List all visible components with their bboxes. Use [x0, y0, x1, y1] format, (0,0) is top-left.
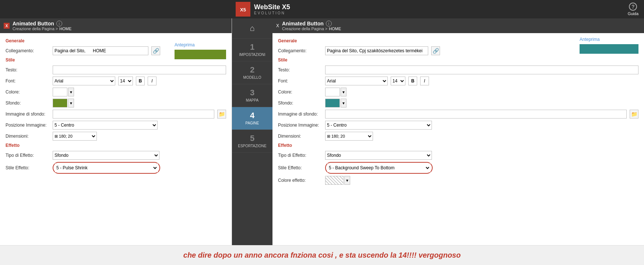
- testo-input-left[interactable]: [53, 66, 226, 74]
- sfondo-label-left: Sfondo:: [6, 100, 50, 106]
- sfondo-color-right[interactable]: ▼: [325, 99, 346, 107]
- anteprima-left: Anteprima: [175, 42, 226, 59]
- nav-home[interactable]: ⌂: [232, 18, 272, 39]
- colore-effetto-dropdown-right[interactable]: ▼: [344, 176, 350, 185]
- panel-icon-right: X: [276, 23, 279, 28]
- testo-row-right: Testo:: [278, 66, 638, 74]
- info-icon-right[interactable]: i: [326, 21, 332, 26]
- font-row-left: Font: Arial 14 B I: [6, 77, 226, 85]
- sfondo-dropdown-right[interactable]: ▼: [341, 99, 346, 107]
- colore-swatch-right: [325, 88, 340, 96]
- colore-effetto-color-right[interactable]: ▼: [325, 176, 350, 185]
- posizione-row-left: Posizione Immagine: 5 - Centro: [6, 121, 226, 130]
- colore-dropdown-left[interactable]: ▼: [68, 88, 74, 96]
- collegamento-icon-right[interactable]: 🔗: [431, 46, 440, 55]
- posizione-select-left[interactable]: 5 - Centro: [53, 121, 158, 130]
- tipo-effetto-select-left[interactable]: Sfondo: [53, 151, 159, 160]
- italic-btn-left[interactable]: I: [148, 77, 156, 85]
- sfondo-dropdown-left[interactable]: ▼: [68, 99, 74, 107]
- nav-impostazioni[interactable]: 1 IMPOSTAZIONI: [232, 39, 272, 61]
- stile-effetto-select-right[interactable]: 5 - Background Sweep To Bottom: [327, 163, 430, 172]
- nav-num-4: 4: [250, 112, 254, 120]
- section-effetto-left: Effetto: [6, 143, 226, 148]
- dimensioni-select-left[interactable]: ⊞ 180; 20: [53, 132, 97, 141]
- stile-effetto-row-left: Stile Effetto: 5 - Pulse Shrink: [6, 162, 226, 174]
- breadcrumb-right: Creazione della Pagina > HOME: [282, 26, 341, 31]
- colore-row-left: Colore: ▼: [6, 88, 226, 96]
- font-label-left: Font:: [6, 78, 50, 84]
- font-row-right: Font: Arial 14 B I: [278, 77, 638, 85]
- stile-effetto-highlight-right: 5 - Background Sweep To Bottom: [325, 162, 433, 174]
- bottom-text: che dire dopo un anno ancora fnziona cos…: [0, 245, 644, 265]
- tipo-effetto-label-right: Tipo di Effetto:: [278, 153, 322, 158]
- font-size-right[interactable]: 14: [391, 77, 405, 85]
- home-icon: ⌂: [247, 23, 258, 34]
- panel-icon-left: X: [4, 23, 10, 29]
- logo-area: X5 WebSite X5 EVOLUTION: [236, 2, 290, 17]
- tipo-effetto-select-right[interactable]: Sfondo: [325, 151, 432, 160]
- italic-btn-right[interactable]: I: [420, 77, 429, 85]
- nav-pagine[interactable]: 4 PAGINE: [232, 107, 272, 130]
- info-icon-left[interactable]: i: [56, 21, 62, 26]
- sfondo-color-left[interactable]: ▼: [53, 99, 74, 107]
- immagine-icon-left[interactable]: 📁: [217, 110, 226, 119]
- right-panel: X Animated Button i Creazione della Pagi…: [272, 18, 644, 245]
- stile-effetto-highlight-left: 5 - Pulse Shrink: [53, 162, 160, 174]
- font-select-right[interactable]: Arial: [325, 77, 388, 85]
- svg-text:X5: X5: [240, 7, 246, 13]
- immagine-input-left[interactable]: [53, 110, 214, 119]
- nav-mappa[interactable]: 3 MAPPA: [232, 84, 272, 107]
- anteprima-label-right: Anteprima: [580, 37, 638, 42]
- collegamento-icon-left[interactable]: 🔗: [151, 46, 160, 55]
- left-panel-content: Generale Collegamento: 🔗 Stile Testo: Fo…: [0, 33, 232, 245]
- colore-dropdown-right[interactable]: ▼: [341, 88, 346, 96]
- sfondo-row-right: Sfondo: ▼: [278, 99, 638, 107]
- nav-label-3: MAPPA: [246, 98, 258, 102]
- help-icon: ?: [629, 3, 637, 11]
- testo-input-right[interactable]: [325, 66, 638, 74]
- stile-effetto-label-right: Stile Effetto:: [278, 165, 322, 170]
- collegamento-input-left[interactable]: [53, 46, 148, 55]
- preview-btn-right: [580, 44, 638, 54]
- immagine-icon-right[interactable]: 📁: [630, 110, 638, 119]
- bold-btn-right[interactable]: B: [408, 77, 417, 85]
- sidebar-nav: ⌂ 1 IMPOSTAZIONI 2 MODELLO 3 MAPPA 4 PAG…: [232, 18, 272, 245]
- nav-modello[interactable]: 2 MODELLO: [232, 61, 272, 84]
- immagine-label-right: Immagine di sfondo:: [278, 112, 322, 117]
- tipo-effetto-row-right: Tipo di Effetto: Sfondo: [278, 151, 638, 160]
- dimensioni-select-right[interactable]: ⊞ 180; 20: [325, 132, 373, 141]
- colore-swatch-left: [53, 88, 67, 96]
- font-select-left[interactable]: Arial: [53, 77, 115, 85]
- collegamento-input-right[interactable]: [325, 46, 428, 55]
- nav-num-2: 2: [250, 66, 254, 74]
- tipo-effetto-label-left: Tipo di Effetto:: [6, 153, 50, 158]
- dimensioni-label-right: Dimensioni:: [278, 134, 322, 139]
- colore-color-left[interactable]: ▼: [53, 88, 74, 96]
- dimensioni-row-right: Dimensioni: ⊞ 180; 20: [278, 132, 638, 141]
- posizione-label-right: Posizione Immagine:: [278, 123, 322, 128]
- font-size-left[interactable]: 14: [118, 77, 133, 85]
- colore-label-right: Colore:: [278, 89, 322, 95]
- right-panel-title: Animated Button: [282, 21, 324, 26]
- font-label-right: Font:: [278, 78, 322, 84]
- nav-label-1: IMPOSTAZIONI: [239, 53, 265, 57]
- sfondo-swatch-right: [325, 99, 340, 107]
- stile-effetto-row-right: Stile Effetto: 5 - Background Sweep To B…: [278, 162, 638, 174]
- nav-num-5: 5: [250, 134, 254, 142]
- left-panel-title: Animated Button: [13, 21, 54, 26]
- testo-label-left: Testo:: [6, 67, 50, 73]
- sfondo-row-left: Sfondo: ▼: [6, 99, 226, 107]
- immagine-input-right[interactable]: [325, 110, 627, 119]
- sfondo-swatch-left: [53, 99, 67, 107]
- help-button[interactable]: ? Guida: [628, 3, 638, 16]
- bold-btn-left[interactable]: B: [136, 77, 145, 85]
- logo-icon: X5: [236, 2, 250, 17]
- nav-num-3: 3: [250, 89, 254, 97]
- nav-esportazione[interactable]: 5 ESPORTAZIONE: [232, 130, 272, 153]
- section-stile-right: Stile: [278, 57, 638, 63]
- section-effetto-right: Effetto: [278, 143, 638, 148]
- stile-effetto-select-left[interactable]: 5 - Pulse Shrink: [55, 163, 158, 172]
- colore-effetto-row-right: Colore effetto: ▼: [278, 176, 638, 185]
- posizione-select-right[interactable]: 5 - Centro: [325, 121, 432, 130]
- colore-color-right[interactable]: ▼: [325, 88, 346, 96]
